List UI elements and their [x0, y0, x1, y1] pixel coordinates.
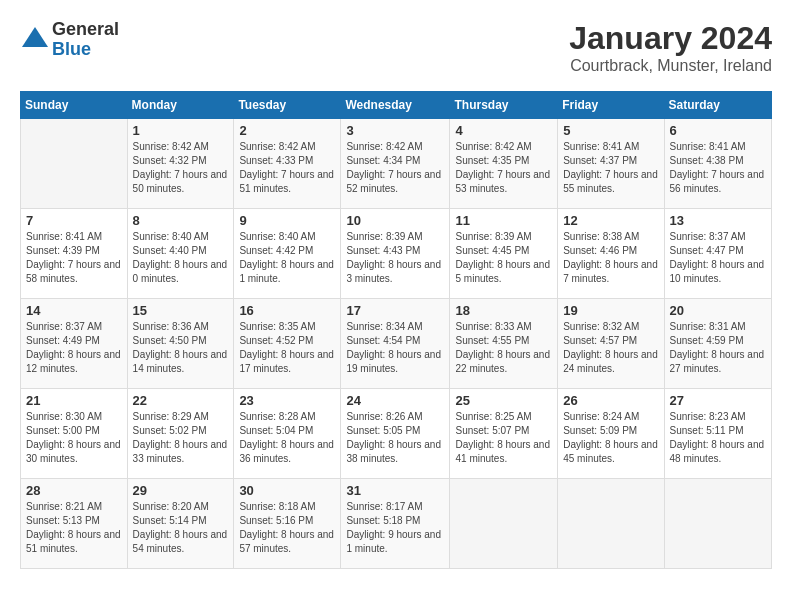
day-number: 23 [239, 393, 335, 408]
calendar-cell: 2Sunrise: 8:42 AMSunset: 4:33 PMDaylight… [234, 119, 341, 209]
calendar-cell: 22Sunrise: 8:29 AMSunset: 5:02 PMDayligh… [127, 389, 234, 479]
day-number: 29 [133, 483, 229, 498]
day-number: 5 [563, 123, 658, 138]
header-sunday: Sunday [21, 92, 128, 119]
calendar-cell: 19Sunrise: 8:32 AMSunset: 4:57 PMDayligh… [558, 299, 664, 389]
calendar-cell: 29Sunrise: 8:20 AMSunset: 5:14 PMDayligh… [127, 479, 234, 569]
day-info: Sunrise: 8:21 AMSunset: 5:13 PMDaylight:… [26, 500, 122, 556]
day-info: Sunrise: 8:17 AMSunset: 5:18 PMDaylight:… [346, 500, 444, 556]
day-number: 16 [239, 303, 335, 318]
day-info: Sunrise: 8:35 AMSunset: 4:52 PMDaylight:… [239, 320, 335, 376]
calendar-cell: 4Sunrise: 8:42 AMSunset: 4:35 PMDaylight… [450, 119, 558, 209]
svg-marker-0 [22, 27, 48, 47]
calendar-cell [450, 479, 558, 569]
day-number: 12 [563, 213, 658, 228]
calendar-cell [21, 119, 128, 209]
day-info: Sunrise: 8:42 AMSunset: 4:32 PMDaylight:… [133, 140, 229, 196]
day-number: 20 [670, 303, 766, 318]
week-row-1: 1Sunrise: 8:42 AMSunset: 4:32 PMDaylight… [21, 119, 772, 209]
logo-icon [20, 25, 50, 55]
logo: General Blue [20, 20, 119, 60]
day-info: Sunrise: 8:26 AMSunset: 5:05 PMDaylight:… [346, 410, 444, 466]
day-info: Sunrise: 8:24 AMSunset: 5:09 PMDaylight:… [563, 410, 658, 466]
week-row-5: 28Sunrise: 8:21 AMSunset: 5:13 PMDayligh… [21, 479, 772, 569]
day-number: 18 [455, 303, 552, 318]
calendar-cell: 30Sunrise: 8:18 AMSunset: 5:16 PMDayligh… [234, 479, 341, 569]
day-number: 28 [26, 483, 122, 498]
day-number: 1 [133, 123, 229, 138]
logo-blue: Blue [52, 40, 119, 60]
day-info: Sunrise: 8:31 AMSunset: 4:59 PMDaylight:… [670, 320, 766, 376]
calendar-cell: 27Sunrise: 8:23 AMSunset: 5:11 PMDayligh… [664, 389, 771, 479]
day-info: Sunrise: 8:37 AMSunset: 4:49 PMDaylight:… [26, 320, 122, 376]
day-number: 19 [563, 303, 658, 318]
day-info: Sunrise: 8:30 AMSunset: 5:00 PMDaylight:… [26, 410, 122, 466]
day-number: 30 [239, 483, 335, 498]
calendar-cell [558, 479, 664, 569]
day-number: 17 [346, 303, 444, 318]
location: Courtbrack, Munster, Ireland [569, 57, 772, 75]
day-info: Sunrise: 8:41 AMSunset: 4:37 PMDaylight:… [563, 140, 658, 196]
day-info: Sunrise: 8:42 AMSunset: 4:34 PMDaylight:… [346, 140, 444, 196]
calendar-cell: 12Sunrise: 8:38 AMSunset: 4:46 PMDayligh… [558, 209, 664, 299]
day-info: Sunrise: 8:39 AMSunset: 4:43 PMDaylight:… [346, 230, 444, 286]
week-row-2: 7Sunrise: 8:41 AMSunset: 4:39 PMDaylight… [21, 209, 772, 299]
day-info: Sunrise: 8:25 AMSunset: 5:07 PMDaylight:… [455, 410, 552, 466]
day-info: Sunrise: 8:23 AMSunset: 5:11 PMDaylight:… [670, 410, 766, 466]
logo-text: General Blue [52, 20, 119, 60]
day-info: Sunrise: 8:37 AMSunset: 4:47 PMDaylight:… [670, 230, 766, 286]
week-row-4: 21Sunrise: 8:30 AMSunset: 5:00 PMDayligh… [21, 389, 772, 479]
day-number: 14 [26, 303, 122, 318]
calendar-cell: 17Sunrise: 8:34 AMSunset: 4:54 PMDayligh… [341, 299, 450, 389]
calendar-header: SundayMondayTuesdayWednesdayThursdayFrid… [21, 92, 772, 119]
calendar-cell: 1Sunrise: 8:42 AMSunset: 4:32 PMDaylight… [127, 119, 234, 209]
day-number: 15 [133, 303, 229, 318]
day-info: Sunrise: 8:38 AMSunset: 4:46 PMDaylight:… [563, 230, 658, 286]
calendar-cell: 24Sunrise: 8:26 AMSunset: 5:05 PMDayligh… [341, 389, 450, 479]
day-number: 21 [26, 393, 122, 408]
day-info: Sunrise: 8:20 AMSunset: 5:14 PMDaylight:… [133, 500, 229, 556]
header-friday: Friday [558, 92, 664, 119]
day-info: Sunrise: 8:36 AMSunset: 4:50 PMDaylight:… [133, 320, 229, 376]
day-info: Sunrise: 8:29 AMSunset: 5:02 PMDaylight:… [133, 410, 229, 466]
day-info: Sunrise: 8:34 AMSunset: 4:54 PMDaylight:… [346, 320, 444, 376]
day-info: Sunrise: 8:39 AMSunset: 4:45 PMDaylight:… [455, 230, 552, 286]
day-number: 7 [26, 213, 122, 228]
calendar-cell: 16Sunrise: 8:35 AMSunset: 4:52 PMDayligh… [234, 299, 341, 389]
header-monday: Monday [127, 92, 234, 119]
month-title: January 2024 [569, 20, 772, 57]
day-number: 9 [239, 213, 335, 228]
day-number: 31 [346, 483, 444, 498]
page-header: General Blue January 2024 Courtbrack, Mu… [20, 20, 772, 75]
day-number: 27 [670, 393, 766, 408]
day-number: 10 [346, 213, 444, 228]
day-number: 26 [563, 393, 658, 408]
header-wednesday: Wednesday [341, 92, 450, 119]
calendar-cell: 23Sunrise: 8:28 AMSunset: 5:04 PMDayligh… [234, 389, 341, 479]
day-info: Sunrise: 8:42 AMSunset: 4:33 PMDaylight:… [239, 140, 335, 196]
calendar-cell [664, 479, 771, 569]
day-number: 22 [133, 393, 229, 408]
calendar-cell: 25Sunrise: 8:25 AMSunset: 5:07 PMDayligh… [450, 389, 558, 479]
day-number: 4 [455, 123, 552, 138]
day-info: Sunrise: 8:42 AMSunset: 4:35 PMDaylight:… [455, 140, 552, 196]
calendar-cell: 14Sunrise: 8:37 AMSunset: 4:49 PMDayligh… [21, 299, 128, 389]
day-number: 13 [670, 213, 766, 228]
header-tuesday: Tuesday [234, 92, 341, 119]
calendar-body: 1Sunrise: 8:42 AMSunset: 4:32 PMDaylight… [21, 119, 772, 569]
day-info: Sunrise: 8:33 AMSunset: 4:55 PMDaylight:… [455, 320, 552, 376]
day-info: Sunrise: 8:28 AMSunset: 5:04 PMDaylight:… [239, 410, 335, 466]
title-block: January 2024 Courtbrack, Munster, Irelan… [569, 20, 772, 75]
header-row: SundayMondayTuesdayWednesdayThursdayFrid… [21, 92, 772, 119]
day-number: 11 [455, 213, 552, 228]
header-saturday: Saturday [664, 92, 771, 119]
calendar-cell: 3Sunrise: 8:42 AMSunset: 4:34 PMDaylight… [341, 119, 450, 209]
calendar-cell: 31Sunrise: 8:17 AMSunset: 5:18 PMDayligh… [341, 479, 450, 569]
day-number: 3 [346, 123, 444, 138]
calendar-cell: 11Sunrise: 8:39 AMSunset: 4:45 PMDayligh… [450, 209, 558, 299]
day-number: 2 [239, 123, 335, 138]
calendar-cell: 6Sunrise: 8:41 AMSunset: 4:38 PMDaylight… [664, 119, 771, 209]
calendar-cell: 28Sunrise: 8:21 AMSunset: 5:13 PMDayligh… [21, 479, 128, 569]
day-number: 8 [133, 213, 229, 228]
day-info: Sunrise: 8:18 AMSunset: 5:16 PMDaylight:… [239, 500, 335, 556]
